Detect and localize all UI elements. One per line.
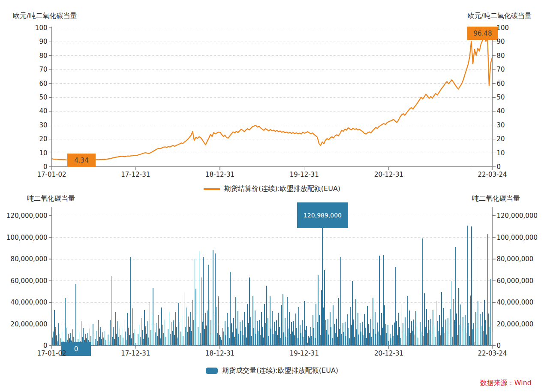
y-tick-label-right: 80 xyxy=(497,52,505,60)
y-tick-label-right: 10 xyxy=(497,149,505,157)
y-tick-label-right: 100,000,000 xyxy=(497,234,538,241)
dual-chart-canvas: 欧元/吨二氧化碳当量 欧元/吨二氧化碳当量 4.34 96.48 期货结算价(连… xyxy=(0,0,544,392)
y-tick-label-left: 80,000,000 xyxy=(5,255,48,263)
y-tick-label-left: 100 xyxy=(5,24,48,32)
y-tick-label-right: 60,000,000 xyxy=(497,277,534,285)
x-tick-label: 18-12-31 xyxy=(200,350,240,357)
y-tick-label-left: 90 xyxy=(5,38,48,45)
x-tick-label: 19-12-31 xyxy=(285,171,324,178)
y-tick-label-left: 120,000,000 xyxy=(5,212,48,220)
x-tick-label: 17-01-02 xyxy=(32,171,72,178)
x-tick-label: 22-03-24 xyxy=(473,350,512,357)
y-tick-label-right: 40,000,000 xyxy=(497,299,534,306)
y-tick-label-left: 0 xyxy=(5,342,48,350)
y-tick-label-right: 90 xyxy=(497,38,505,45)
y-tick-label-left: 80 xyxy=(5,52,48,60)
y-tick-label-right: 100 xyxy=(497,24,509,32)
price-legend-label: 期货结算价(连续):欧盟排放配额(EUA) xyxy=(224,184,340,193)
price-legend-line-swatch xyxy=(204,188,220,190)
volume-axis-title-right: 吨二氧化碳当量 xyxy=(472,194,520,203)
y-tick-label-right: 30 xyxy=(497,121,505,129)
data-source-note: 数据来源：Wind xyxy=(480,379,532,388)
y-tick-label-right: 70 xyxy=(497,66,505,73)
y-tick-label-right: 40 xyxy=(497,107,505,115)
volume-max-annotation: 120,989,000 xyxy=(297,202,348,228)
x-tick-label: 17-12-31 xyxy=(116,171,155,178)
volume-legend-label: 期货成交量(连续):欧盟排放配额(EUA) xyxy=(222,366,338,375)
y-tick-label-right: 80,000,000 xyxy=(497,255,534,263)
charts-svg xyxy=(0,0,544,392)
price-axis-title-left: 欧元/吨二氧化碳当量 xyxy=(13,12,77,21)
y-tick-label-left: 40,000,000 xyxy=(5,299,48,306)
y-tick-label-right: 20,000,000 xyxy=(497,320,534,328)
y-tick-label-left: 100,000,000 xyxy=(5,234,48,241)
y-tick-label-right: 120,000,000 xyxy=(497,212,538,220)
price-min-annotation: 4.34 xyxy=(67,154,96,167)
y-tick-label-left: 30 xyxy=(5,121,48,129)
y-tick-label-left: 20,000,000 xyxy=(5,320,48,328)
price-axis-title-right: 欧元/吨二氧化碳当量 xyxy=(468,12,532,21)
y-tick-label-left: 60,000,000 xyxy=(5,277,48,285)
x-tick-label: 20-12-31 xyxy=(369,171,409,178)
y-tick-label-left: 0 xyxy=(5,163,48,171)
y-tick-label-left: 50 xyxy=(5,93,48,101)
volume-legend: 期货成交量(连续):欧盟排放配额(EUA) xyxy=(0,366,544,375)
x-tick-label: 17-01-02 xyxy=(32,350,72,357)
y-tick-label-left: 10 xyxy=(5,149,48,157)
price-legend: 期货结算价(连续):欧盟排放配额(EUA) xyxy=(0,184,544,193)
y-tick-label-left: 20 xyxy=(5,135,48,143)
y-tick-label-right: 60 xyxy=(497,80,505,87)
y-tick-label-right: 50 xyxy=(497,93,505,101)
x-tick-label: 19-12-31 xyxy=(285,350,324,357)
y-tick-label-left: 40 xyxy=(5,107,48,115)
y-tick-label-right: 0 xyxy=(497,342,501,350)
volume-legend-bar-swatch xyxy=(206,368,218,374)
price-max-annotation: 96.48 xyxy=(467,27,498,40)
x-tick-label: 20-12-31 xyxy=(369,350,409,357)
y-tick-label-right: 20 xyxy=(497,135,505,143)
volume-axis-title-left: 吨二氧化碳当量 xyxy=(27,194,75,203)
x-tick-label: 22-03-24 xyxy=(473,171,512,178)
y-tick-label-left: 60 xyxy=(5,80,48,87)
x-tick-label: 18-12-31 xyxy=(200,171,240,178)
y-tick-label-right: 0 xyxy=(497,163,501,171)
x-tick-label: 17-12-31 xyxy=(116,350,155,357)
y-tick-label-left: 70 xyxy=(5,66,48,73)
